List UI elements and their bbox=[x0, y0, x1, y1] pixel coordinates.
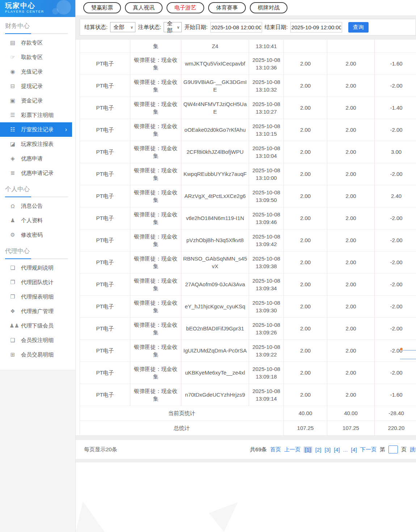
sidebar-item[interactable]: ≣ 优惠申请记录 bbox=[0, 166, 75, 180]
prev-page-link[interactable]: 上一页 bbox=[284, 446, 301, 453]
game-tabbar: 雙赢彩票 真人视讯 电子游艺 体育赛事 棋牌对战 bbox=[76, 0, 416, 15]
page-number-link[interactable]: [2] bbox=[315, 447, 322, 453]
sidebar-item-label: 彩票下注明细 bbox=[21, 112, 54, 119]
sidebar-item[interactable]: ⊟ 提现记录 bbox=[0, 79, 75, 93]
total-count: 共69条 bbox=[250, 446, 267, 453]
cell-game-name: 银弹匪徒：现金收集 bbox=[130, 384, 181, 406]
page-number-link[interactable]: [4] bbox=[351, 447, 357, 453]
cell-valid-bet: 2.00 bbox=[327, 119, 375, 141]
cell-game-name: 集 bbox=[130, 40, 181, 52]
widget-line bbox=[403, 350, 416, 351]
sidebar-item[interactable]: ⚙ 修改密码 bbox=[0, 228, 75, 242]
sidebar-item[interactable]: ☷ 厅室投注记录 › bbox=[0, 122, 72, 137]
cell-order-id: wmJKTQu5VixICecpavbf bbox=[181, 52, 249, 75]
cell-bet-amount: 2.00 bbox=[284, 339, 327, 362]
sidebar-item[interactable]: ❖ 代理推广管理 bbox=[0, 304, 75, 318]
sidebar-item-label: 修改密码 bbox=[21, 232, 43, 238]
game-tab-2[interactable]: 真人视讯 bbox=[125, 2, 163, 13]
cell-time: 2025-10-08 13:09:34 bbox=[249, 273, 284, 295]
sidebar-item[interactable]: ◈ 优惠申请 bbox=[0, 151, 75, 166]
cell-profit: 3.00 bbox=[375, 141, 416, 163]
table-row: PT电子 银弹匪徒：现金收集 27AQAofm09-0JcAi3Ava 2025… bbox=[80, 273, 416, 295]
sidebar-item[interactable]: ☰ 彩票下注明细 bbox=[0, 108, 75, 122]
next-page-link[interactable]: 下一页 bbox=[360, 446, 377, 453]
table-body: 集 Z4 13:10:41 PT电子 银弹匪徒：现金收集 wmJKTQu5Vix… bbox=[80, 40, 416, 435]
page-ellipsis: ... bbox=[343, 447, 348, 453]
sidebar-item[interactable]: ▣ 资金记录 bbox=[0, 93, 75, 108]
order-status-select[interactable]: 全部 ∨ bbox=[164, 22, 182, 32]
page-jump-input[interactable] bbox=[388, 446, 398, 453]
start-date-label: 开始日期: bbox=[184, 24, 207, 31]
sidebar-item[interactable]: ❒ 代理报表明细 bbox=[0, 290, 75, 304]
cell-valid-bet: 2.00 bbox=[327, 163, 375, 185]
gear-icon: ⚙ bbox=[9, 232, 16, 238]
table-row: PT电子 银弹匪徒：现金收集 oOEake02d0kGo7rKfAhu 2025… bbox=[80, 119, 416, 141]
logo: 玩家中心 PLAYERS CENTER bbox=[0, 0, 75, 17]
section-divider bbox=[5, 197, 68, 197]
table-row: PT电子 银弹匪徒：现金收集 vtle2hO184N6m119-I1N 2025… bbox=[80, 207, 416, 229]
sidebar-item[interactable]: ◪ 玩家投注报表 bbox=[0, 137, 75, 151]
cell-bet-amount: 2.00 bbox=[284, 163, 327, 185]
sidebar-nav: 财务中心 ▤ 存款专区 ☞ 取款专区 ◉ 充值记录 ⊟ 提现记录 ▣ 资金记录 … bbox=[0, 17, 75, 370]
grand-total-profit: 220.20 bbox=[375, 421, 416, 435]
cell-game-name: 银弹匪徒：现金收集 bbox=[130, 163, 181, 185]
end-date-input[interactable] bbox=[290, 22, 342, 33]
sidebar-item[interactable]: ◉ 充值记录 bbox=[0, 64, 75, 79]
cell-game-name: 银弹匪徒：现金收集 bbox=[130, 251, 181, 273]
game-tab-4[interactable]: 体育赛事 bbox=[208, 2, 246, 13]
sidebar-item[interactable]: ⊞ 会员交易明细 bbox=[0, 347, 75, 362]
sidebar-item-label: 代理推广管理 bbox=[21, 308, 54, 315]
sidebar-item[interactable]: Ω 消息公告 bbox=[0, 199, 75, 213]
sidebar-item[interactable]: ❐ 代理团队统计 bbox=[0, 275, 75, 290]
cell-valid-bet: 2.00 bbox=[327, 317, 375, 339]
agent-members-icon: ♟♟ bbox=[9, 322, 16, 329]
sidebar-item[interactable]: ▤ 存款专区 bbox=[0, 35, 75, 50]
start-date-input[interactable] bbox=[210, 22, 262, 33]
sidebar-item-label: 优惠申请 bbox=[21, 155, 43, 162]
cell-profit: -2.00 bbox=[375, 317, 416, 339]
sidebar-item-label: 厅室投注记录 bbox=[21, 126, 54, 133]
page-number-link[interactable]: [1] bbox=[304, 447, 312, 453]
sidebar-item-label: 代理团队统计 bbox=[21, 279, 54, 286]
cell-profit: -1.40 bbox=[375, 97, 416, 119]
cell-bet-amount: 2.00 bbox=[284, 251, 327, 273]
search-button[interactable]: 查询 bbox=[348, 22, 369, 33]
page-number-link[interactable]: [3] bbox=[324, 447, 331, 453]
app-window: 玩家中心 PLAYERS CENTER 财务中心 ▤ 存款专区 ☞ 取款专区 ◉… bbox=[0, 0, 416, 532]
sidebar-item[interactable]: ♟♟ 代理下级会员 bbox=[0, 318, 75, 333]
bet-records-table: 集 Z4 13:10:41 PT电子 银弹匪徒：现金收集 wmJKTQu5Vix… bbox=[80, 40, 416, 435]
cell-bet-amount bbox=[284, 40, 327, 52]
jump-button[interactable]: 跳转 bbox=[410, 446, 416, 453]
page-number-link[interactable]: [4] bbox=[334, 447, 340, 453]
cell-game-name: 银弹匪徒：现金收集 bbox=[130, 141, 181, 163]
cell-game-type: PT电子 bbox=[80, 229, 130, 251]
sidebar: 玩家中心 PLAYERS CENTER 财务中心 ▤ 存款专区 ☞ 取款专区 ◉… bbox=[0, 0, 76, 532]
first-page-link[interactable]: 首页 bbox=[270, 446, 281, 453]
settle-status-select[interactable]: 全部 ∨ bbox=[110, 22, 135, 32]
order-status-label: 注单状态: bbox=[138, 24, 161, 31]
order-status-value: 全部 bbox=[167, 20, 175, 34]
game-tab-1[interactable]: 雙赢彩票 bbox=[83, 2, 121, 13]
cell-game-type: PT电子 bbox=[80, 97, 130, 119]
floating-widget[interactable] bbox=[396, 344, 416, 362]
sidebar-item[interactable]: ☞ 取款专区 bbox=[0, 50, 75, 64]
cell-game-type: PT电子 bbox=[80, 295, 130, 317]
pagination-controls: 共69条 首页 上一页 [1][2][3][4]...[4] 下一页 第 页 跳… bbox=[250, 446, 416, 453]
cell-game-name: 银弹匪徒：现金收集 bbox=[130, 185, 181, 207]
sidebar-item[interactable]: ❏ 代理规则说明 bbox=[0, 261, 75, 275]
grand-total-label: 总统计 bbox=[80, 421, 284, 435]
table-row-partial: 集 Z4 13:10:41 bbox=[80, 40, 416, 52]
table-row: PT电子 银弹匪徒：现金收集 QW4r4NFMVTJziQcH5UaE 2025… bbox=[80, 97, 416, 119]
game-tab-3[interactable]: 电子游艺 bbox=[167, 2, 204, 13]
member-bet-detail-icon: ❑ bbox=[9, 337, 16, 343]
bet-records-panel: 集 Z4 13:10:41 PT电子 银弹匪徒：现金收集 wmJKTQu5Vix… bbox=[76, 40, 416, 436]
promo-record-icon: ≣ bbox=[9, 170, 16, 176]
cell-profit: -2.00 bbox=[375, 295, 416, 317]
sidebar-item[interactable]: ❑ 会员投注明细 bbox=[0, 333, 75, 347]
cell-game-name: 银弹匪徒：现金收集 bbox=[130, 317, 181, 339]
agent-share-icon: ❖ bbox=[9, 308, 16, 314]
sidebar-item[interactable]: ♟ 个人资料 bbox=[0, 213, 75, 228]
game-tab-5[interactable]: 棋牌对战 bbox=[250, 2, 287, 13]
game-tab-label: 棋牌对战 bbox=[258, 4, 280, 11]
sidebar-filler bbox=[0, 370, 75, 532]
